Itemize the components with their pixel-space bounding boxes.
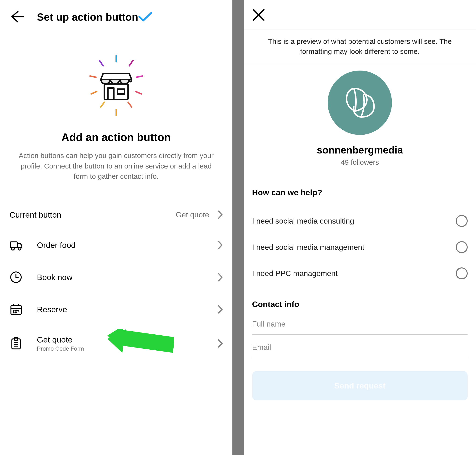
radio-icon — [456, 268, 468, 279]
storefront-icon — [14, 53, 218, 118]
fullname-field[interactable] — [252, 311, 468, 335]
svg-rect-11 — [108, 88, 114, 99]
svg-line-5 — [91, 91, 97, 94]
svg-point-23 — [18, 310, 19, 311]
current-button-label: Current button — [9, 210, 61, 219]
follower-count: 49 followers — [244, 158, 476, 166]
radio-icon — [456, 241, 468, 253]
email-field[interactable] — [252, 335, 468, 358]
preview-pane: This is a preview of what potential cust… — [244, 0, 476, 455]
chevron-right-icon — [218, 210, 223, 219]
option-label: Order food — [37, 241, 76, 250]
svg-line-8 — [128, 102, 132, 107]
svg-line-4 — [136, 76, 143, 77]
option-label: Book now — [37, 273, 72, 282]
svg-point-24 — [13, 312, 14, 313]
close-icon[interactable] — [252, 18, 265, 22]
page-title: Set up action button — [37, 11, 138, 23]
svg-rect-12 — [117, 89, 125, 94]
current-button-value: Get quote — [176, 211, 209, 219]
back-icon[interactable] — [9, 9, 24, 25]
option-sublabel: Promo Code Form — [37, 345, 84, 352]
option-book-now[interactable]: Book now — [9, 261, 223, 293]
chevron-right-icon — [218, 241, 223, 250]
contact-heading: Contact info — [252, 300, 468, 309]
action-button-setup-pane: Set up action button — [0, 0, 232, 455]
chevron-right-icon — [218, 339, 223, 348]
help-option[interactable]: I need PPC management — [252, 260, 468, 286]
option-order-food[interactable]: Order food — [9, 229, 223, 261]
chevron-right-icon — [218, 305, 223, 314]
current-button-row[interactable]: Current button Get quote — [9, 201, 223, 229]
hero-section: Add an action button Action buttons can … — [0, 32, 232, 182]
svg-point-14 — [11, 247, 14, 250]
avatar — [328, 71, 392, 135]
calendar-icon — [9, 303, 23, 316]
radio-icon — [456, 215, 468, 227]
preview-note: This is a preview of what potential cust… — [244, 30, 476, 63]
option-reserve[interactable]: Reserve — [9, 293, 223, 325]
truck-icon — [9, 239, 23, 252]
option-text: I need social media management — [252, 243, 364, 252]
svg-point-21 — [13, 310, 14, 311]
send-request-button[interactable]: Send request — [252, 371, 468, 400]
help-option[interactable]: I need social media consulting — [252, 208, 468, 234]
help-heading: How can we help? — [252, 188, 468, 197]
options-list: Current button Get quote Order food Book… — [0, 182, 232, 362]
svg-line-6 — [136, 91, 141, 94]
svg-rect-13 — [10, 242, 17, 248]
profile-block: sonnenbergmedia 49 followers — [244, 63, 476, 179]
svg-point-15 — [18, 247, 21, 250]
hero-title: Add an action button — [14, 131, 218, 144]
hero-description: Action buttons can help you gain custome… — [14, 150, 218, 182]
svg-line-1 — [100, 61, 103, 66]
svg-line-3 — [90, 76, 96, 77]
help-option[interactable]: I need social media management — [252, 234, 468, 260]
option-label: Reserve — [37, 305, 67, 314]
svg-point-22 — [16, 310, 16, 311]
option-label: Get quote — [37, 335, 84, 344]
confirm-check-icon[interactable] — [138, 11, 152, 23]
chevron-right-icon — [218, 273, 223, 282]
annotation-arrow-icon — [107, 329, 174, 358]
option-text: I need social media consulting — [252, 217, 354, 226]
svg-point-25 — [16, 312, 16, 313]
clipboard-icon — [9, 337, 23, 350]
lead-form: How can we help? I need social media con… — [244, 179, 476, 400]
option-get-quote[interactable]: Get quote Promo Code Form — [9, 325, 223, 362]
svg-line-7 — [101, 102, 104, 107]
clock-icon — [9, 271, 23, 284]
preview-top-bar — [244, 0, 476, 30]
top-bar: Set up action button — [0, 0, 232, 32]
svg-line-2 — [129, 61, 133, 66]
username: sonnenbergmedia — [244, 145, 476, 156]
option-text: I need PPC management — [252, 269, 338, 278]
